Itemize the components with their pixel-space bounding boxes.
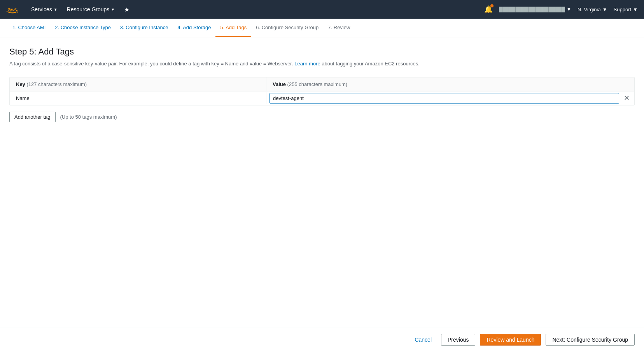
table-header: Key (127 characters maximum) Value (255 …: [10, 77, 634, 91]
add-tag-row: Add another tag (Up to 50 tags maximum): [9, 112, 635, 122]
services-nav-link[interactable]: Services ▼: [28, 5, 61, 14]
next-configure-security-group-button[interactable]: Next: Configure Security Group: [546, 334, 635, 346]
aws-logo[interactable]: [6, 4, 22, 15]
notifications-bell[interactable]: 🔔: [484, 5, 493, 14]
nav-bar: Services ▼ Resource Groups ▼ ★ 🔔 ███████…: [0, 0, 644, 19]
tags-table: Key (127 characters maximum) Value (255 …: [9, 77, 635, 105]
bookmarks-nav-link[interactable]: ★: [121, 4, 133, 15]
notification-dot: [490, 4, 494, 7]
region-chevron-icon: ▼: [602, 7, 607, 12]
tag-key-cell: Name: [10, 92, 266, 104]
key-column-header: Key (127 characters maximum): [10, 77, 266, 91]
user-chevron-icon: ▼: [567, 7, 571, 12]
add-another-tag-button[interactable]: Add another tag: [9, 112, 56, 122]
footer-bar: Cancel Previous Review and Launch Next: …: [0, 328, 644, 351]
breadcrumb: 1. Choose AMI 2. Choose Instance Type 3.…: [0, 19, 644, 37]
star-icon: ★: [124, 6, 130, 13]
page-description: A tag consists of a case-sensitive key-v…: [9, 60, 635, 68]
learn-more-link[interactable]: Learn more: [294, 61, 320, 67]
breadcrumb-step7[interactable]: 7. Review: [323, 19, 355, 37]
value-column-header: Value (255 characters maximum): [266, 77, 634, 91]
breadcrumb-step6[interactable]: 6. Configure Security Group: [251, 19, 323, 37]
tag-value-input[interactable]: [270, 93, 619, 104]
support-chevron-icon: ▼: [633, 7, 638, 12]
user-menu[interactable]: ████████████████████ ▼: [499, 7, 571, 12]
cancel-button[interactable]: Cancel: [410, 334, 436, 345]
services-chevron-icon: ▼: [54, 7, 58, 12]
main-content: Step 5: Add Tags A tag consists of a cas…: [0, 37, 644, 328]
add-tag-hint: (Up to 50 tags maximum): [60, 114, 117, 120]
tag-value-cell: ✕: [266, 91, 634, 105]
breadcrumb-step3[interactable]: 3. Configure Instance: [116, 19, 173, 37]
resource-groups-nav-link[interactable]: Resource Groups ▼: [64, 5, 118, 14]
review-and-launch-button[interactable]: Review and Launch: [480, 334, 541, 346]
page-title: Step 5: Add Tags: [9, 47, 635, 57]
region-selector[interactable]: N. Virginia ▼: [578, 7, 607, 12]
table-row: Name ✕: [10, 91, 634, 105]
breadcrumb-step5[interactable]: 5. Add Tags: [215, 19, 251, 37]
clear-tag-button[interactable]: ✕: [622, 94, 631, 102]
resource-groups-chevron-icon: ▼: [111, 7, 115, 12]
breadcrumb-step4[interactable]: 4. Add Storage: [173, 19, 215, 37]
support-menu[interactable]: Support ▼: [614, 7, 638, 12]
breadcrumb-step1[interactable]: 1. Choose AMI: [8, 19, 50, 37]
previous-button[interactable]: Previous: [441, 334, 475, 346]
breadcrumb-step2[interactable]: 2. Choose Instance Type: [50, 19, 116, 37]
